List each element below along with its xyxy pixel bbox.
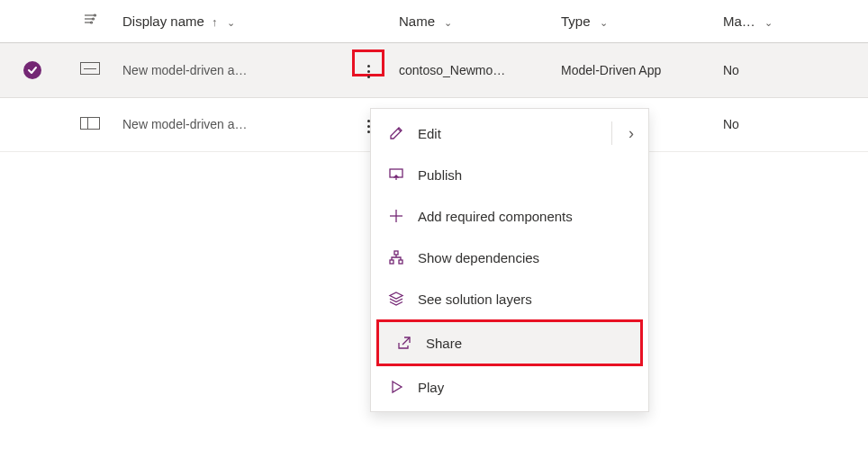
table-row[interactable]: New model-driven a… contoso_Newmo… Model… <box>0 43 868 98</box>
chevron-down-icon: ⌄ <box>764 17 773 29</box>
actions-column-header <box>345 0 392 43</box>
row-managed: No <box>716 97 868 152</box>
row-managed: No <box>716 43 868 98</box>
column-header-label: Type <box>561 13 591 29</box>
row-type-icon-cell <box>65 43 115 98</box>
model-driven-app-icon <box>80 62 100 75</box>
row-name: contoso_Newmo… <box>392 43 554 98</box>
svg-point-5 <box>91 22 93 23</box>
row-actions-cell <box>345 43 392 98</box>
svg-point-4 <box>93 18 95 20</box>
more-actions-button[interactable] <box>356 59 381 85</box>
column-header-label: Ma… <box>723 13 755 29</box>
checkmark-circle-icon <box>23 61 41 79</box>
vertical-ellipsis-icon <box>367 65 370 78</box>
context-menu: Edit Publish Add required components Sho… <box>370 108 649 152</box>
menu-item-edit[interactable]: Edit <box>371 112 648 152</box>
list-settings-icon <box>83 13 97 30</box>
column-header-type[interactable]: Type ⌄ <box>554 0 716 43</box>
highlight-annotation <box>352 49 384 76</box>
chevron-down-icon: ⌄ <box>227 17 235 29</box>
pencil-icon <box>387 124 405 142</box>
chevron-down-icon: ⌄ <box>600 17 608 29</box>
row-display-name[interactable]: New model-driven a… <box>115 43 345 98</box>
column-header-display-name[interactable]: Display name ↑ ⌄ <box>115 0 345 43</box>
svg-point-3 <box>95 14 96 16</box>
type-icon-column-header[interactable] <box>65 0 115 43</box>
row-display-name[interactable]: New model-driven a… <box>115 97 345 152</box>
column-header-name[interactable]: Name ⌄ <box>392 0 554 43</box>
row-select-cell[interactable] <box>0 97 65 152</box>
select-all-column[interactable] <box>0 0 65 43</box>
row-type-icon-cell <box>65 97 115 152</box>
table-header-row: Display name ↑ ⌄ Name ⌄ Type ⌄ Ma… ⌄ <box>0 0 868 43</box>
column-header-label: Name <box>399 13 435 29</box>
column-header-managed[interactable]: Ma… ⌄ <box>716 0 868 43</box>
chevron-down-icon: ⌄ <box>444 17 452 29</box>
menu-item-label: Edit <box>418 126 441 141</box>
row-type: Model-Driven App <box>554 43 716 98</box>
row-select-cell[interactable] <box>0 43 65 98</box>
model-driven-app-icon <box>80 117 100 130</box>
column-header-label: Display name <box>122 13 204 29</box>
sort-ascending-icon: ↑ <box>212 15 218 29</box>
